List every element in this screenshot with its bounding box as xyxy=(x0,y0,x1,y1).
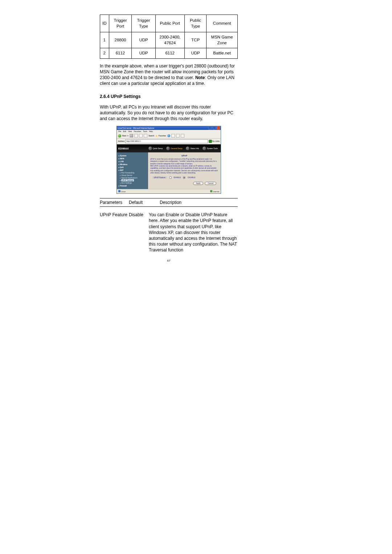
sidebar-item-wan[interactable]: ● WAN xyxy=(118,158,147,160)
go-label[interactable]: Go xyxy=(212,140,215,142)
favorites-label[interactable]: Favorites xyxy=(159,135,166,137)
params-header: Parameters Default Description xyxy=(100,198,238,207)
mail-icon[interactable] xyxy=(171,134,175,138)
enable-label: ENABLE xyxy=(174,177,181,178)
brand-bar: EDIMAX Quick Setup General Setup Status … xyxy=(117,144,221,152)
print-icon[interactable] xyxy=(176,134,180,138)
example-paragraph: In the example above, when a user trigge… xyxy=(100,63,238,87)
main-panel: UPnP UPnP is more than just a simple ext… xyxy=(148,152,221,189)
sidebar-item-alg-settings[interactable]: » ALG Settings xyxy=(120,182,147,184)
forward-icon[interactable] xyxy=(130,134,133,138)
enable-radio[interactable] xyxy=(169,176,172,179)
panel-title: UPnP xyxy=(150,155,219,157)
sidebar-item-wireless[interactable]: ● Wireless xyxy=(118,164,147,165)
param-default: Disable xyxy=(129,212,149,253)
ie-icon xyxy=(118,190,121,192)
gear-icon xyxy=(203,147,206,150)
status-zone: Internet xyxy=(213,190,219,193)
status-done: Done xyxy=(121,190,126,193)
tab-quick-setup[interactable]: Quick Setup xyxy=(147,145,164,152)
sidebar-item-firewall[interactable]: ● Firewall xyxy=(118,185,147,187)
upnp-feature-row: UPnP Feature ENABLE DISABLE xyxy=(152,176,219,179)
window-buttons[interactable] xyxy=(208,126,220,130)
sidebar-item-system[interactable]: ● System xyxy=(118,155,147,157)
tab-system-tools[interactable]: System Tools xyxy=(201,145,219,152)
setting-label: UPnP Feature xyxy=(152,176,167,179)
sidebar-item-port-forwarding[interactable]: » Port Forwarding xyxy=(120,172,147,174)
favorites-icon[interactable]: ★ xyxy=(155,135,158,137)
address-label: Address xyxy=(118,140,124,142)
menu-file[interactable]: File xyxy=(118,131,121,132)
zone-icon xyxy=(210,190,212,192)
maximize-icon[interactable] xyxy=(213,126,216,130)
links-label[interactable]: Links xyxy=(215,140,220,142)
header-description: Description xyxy=(149,200,238,205)
refresh-icon[interactable] xyxy=(139,134,143,138)
history-icon[interactable] xyxy=(167,134,170,137)
col-trigger-type: Trigger Type xyxy=(132,15,155,32)
col-comment: Comment xyxy=(207,15,238,32)
col-trigger-port: Trigger Port xyxy=(109,15,132,32)
address-input[interactable]: http://192.168.2.1 xyxy=(125,139,208,143)
panel-description: UPnP is more than just a simple extensio… xyxy=(150,158,219,174)
window-title: Linux(*)nd server - Microsoft Internet E… xyxy=(118,127,154,129)
disable-label: DISABLE xyxy=(188,177,195,178)
minimize-icon[interactable] xyxy=(208,126,212,130)
window-titlebar: Linux(*)nd server - Microsoft Internet E… xyxy=(117,126,221,130)
params-row: UPnP Feature Disable You can Enable or D… xyxy=(100,207,238,253)
toolbar: Back ▾ Search ★ Favorites xyxy=(117,133,221,139)
close-icon[interactable] xyxy=(217,126,220,130)
table-row: 2 6112 UDP 6112 UDP Battle.net xyxy=(100,48,238,59)
header-default: Default xyxy=(129,200,149,205)
back-label[interactable]: Back xyxy=(122,135,126,137)
sidebar-item-lan[interactable]: ● LAN xyxy=(118,161,147,163)
note-label: Note xyxy=(195,75,205,80)
gear-icon xyxy=(166,147,170,150)
page-number: 67 xyxy=(100,259,238,263)
trigger-port-table: ID Trigger Port Trigger Type Public Port… xyxy=(100,15,238,59)
sidebar: ● System ● WAN ● LAN ● Wireless ● QoS ● … xyxy=(117,152,148,189)
sidebar-item-nat[interactable]: ● NAT xyxy=(118,169,147,171)
header-parameters: Parameters xyxy=(100,200,129,205)
brand-logo: EDIMAX xyxy=(118,147,129,150)
param-name: UPnP Feature xyxy=(100,212,129,253)
col-public-type: Public Type xyxy=(184,15,206,32)
disable-radio[interactable] xyxy=(183,176,185,179)
section-title: 2.6.4 UPnP Settings xyxy=(100,94,238,99)
gear-icon xyxy=(186,147,189,150)
sidebar-item-qos[interactable]: ● QoS xyxy=(118,167,147,168)
status-bar: Done Internet xyxy=(117,189,221,193)
apply-button[interactable]: Apply xyxy=(193,182,204,185)
table-row: 1 28800 UDP 2300-2400, 47624 TCP MSN Gam… xyxy=(100,32,238,48)
go-icon[interactable] xyxy=(209,140,212,143)
col-public-port: Public Port xyxy=(155,15,184,32)
menu-edit[interactable]: Edit xyxy=(123,131,126,132)
search-label[interactable]: Search xyxy=(148,135,154,137)
edit-icon[interactable] xyxy=(181,134,184,138)
stop-icon[interactable] xyxy=(134,134,138,138)
cancel-button[interactable]: Cancel xyxy=(205,182,216,185)
address-bar: Address http://192.168.2.1 Go Links xyxy=(117,139,221,144)
home-icon[interactable] xyxy=(144,134,147,138)
menu-view[interactable]: View xyxy=(128,131,132,132)
tab-status-info[interactable]: Status Info xyxy=(184,145,200,152)
menu-help[interactable]: Help xyxy=(149,131,153,132)
sidebar-item-virtual-server[interactable]: » Virtual Server xyxy=(120,175,147,176)
param-description: You can Enable or Disable UPnP feature h… xyxy=(149,212,238,253)
upnp-intro: With UPnP, all PCs in you Intranet will … xyxy=(100,104,238,122)
back-icon[interactable] xyxy=(118,134,121,138)
browser-screenshot: Linux(*)nd server - Microsoft Internet E… xyxy=(117,126,221,194)
menubar[interactable]: File Edit View Favorites Tools Help xyxy=(117,130,221,133)
sidebar-item-special-apps[interactable]: » Special Applications xyxy=(120,177,147,179)
menu-favorites[interactable]: Favorites xyxy=(134,131,141,132)
gear-icon xyxy=(148,147,152,150)
menu-tools[interactable]: Tools xyxy=(143,131,147,132)
tab-general-setup[interactable]: General Setup xyxy=(165,145,184,152)
sidebar-item-upnp-settings[interactable]: » UPnP Settings xyxy=(120,180,147,181)
col-id: ID xyxy=(100,15,109,32)
